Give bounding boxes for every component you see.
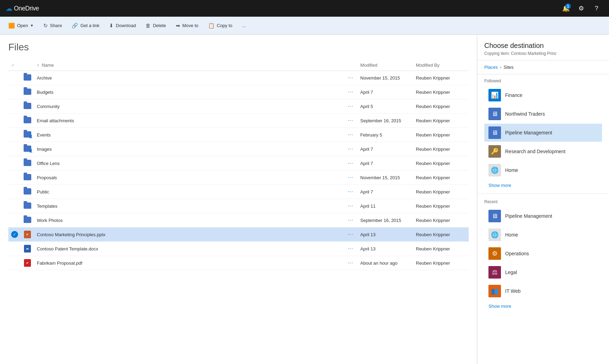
- row-more[interactable]: ···: [344, 71, 357, 85]
- file-name[interactable]: Images: [34, 142, 344, 156]
- table-row[interactable]: Work Photos···September 16, 2015Reuben K…: [8, 213, 469, 228]
- row-more[interactable]: ···: [344, 128, 357, 142]
- followed-site-item[interactable]: 📊 Finance: [484, 86, 602, 104]
- file-name[interactable]: Events: [34, 128, 344, 142]
- row-check[interactable]: [8, 199, 21, 213]
- row-check[interactable]: [8, 156, 21, 171]
- files-title: Files: [8, 42, 469, 53]
- move-to-button[interactable]: ➡ Move to: [172, 19, 203, 32]
- file-name[interactable]: Templates: [34, 199, 344, 213]
- file-name[interactable]: Office Lens: [34, 156, 344, 171]
- recent-site-item[interactable]: ⚖ Legal: [484, 263, 602, 281]
- file-name[interactable]: Contoso Marketing Principles.pptx: [34, 228, 344, 242]
- followed-site-item[interactable]: 🖥 Pipeline Management: [484, 124, 602, 142]
- table-row[interactable]: Archive···November 15, 2015Reuben Krippn…: [8, 71, 469, 85]
- col-header-modby[interactable]: Modified By: [413, 60, 469, 71]
- file-name[interactable]: Email attachments: [34, 114, 344, 128]
- help-button[interactable]: ?: [590, 1, 603, 15]
- file-name[interactable]: Work Photos: [34, 213, 344, 228]
- dots-button[interactable]: ···: [346, 231, 355, 238]
- get-link-button[interactable]: 🔗 Get a link: [67, 19, 104, 32]
- table-row[interactable]: Public···April 7Reuben Krippner: [8, 185, 469, 199]
- row-more[interactable]: ···: [344, 256, 357, 270]
- share-button[interactable]: ↻ Share: [39, 19, 66, 32]
- row-check[interactable]: [8, 242, 21, 256]
- followed-site-item[interactable]: 🔑 Research and Development: [484, 142, 602, 160]
- recent-show-more[interactable]: Show more: [484, 301, 602, 313]
- row-more[interactable]: ···: [344, 114, 357, 128]
- dots-button[interactable]: ···: [346, 88, 355, 96]
- dots-button[interactable]: ···: [346, 145, 355, 153]
- table-row[interactable]: Office Lens···April 7Reuben Krippner: [8, 156, 469, 171]
- followed-show-more[interactable]: Show more: [484, 180, 602, 192]
- row-more[interactable]: ···: [344, 156, 357, 171]
- recent-site-item[interactable]: 🌐 Home: [484, 226, 602, 244]
- row-more[interactable]: ···: [344, 171, 357, 185]
- dots-button[interactable]: ···: [346, 117, 355, 124]
- table-row[interactable]: PFabrikam Proposal.pdf···About an hour a…: [8, 256, 469, 270]
- dots-button[interactable]: ···: [346, 174, 355, 181]
- download-button[interactable]: ⬇ Download: [105, 19, 140, 32]
- table-row[interactable]: Community···April 5Reuben Krippner: [8, 99, 469, 114]
- row-more[interactable]: ···: [344, 228, 357, 242]
- followed-site-item[interactable]: 🌐 Home: [484, 161, 602, 179]
- row-more[interactable]: ···: [344, 85, 357, 99]
- row-check[interactable]: [8, 71, 21, 85]
- row-check[interactable]: [8, 256, 21, 270]
- row-check[interactable]: [8, 85, 21, 99]
- row-check[interactable]: [8, 185, 21, 199]
- col-header-name[interactable]: ↑ Name: [34, 60, 344, 71]
- row-more[interactable]: ···: [344, 199, 357, 213]
- row-more[interactable]: ···: [344, 213, 357, 228]
- col-header-icon: [21, 60, 34, 71]
- table-row[interactable]: ✓PContoso Marketing Principles.pptx···Ap…: [8, 228, 469, 242]
- table-row[interactable]: 👤Images···April 7Reuben Krippner: [8, 142, 469, 156]
- row-check[interactable]: [8, 128, 21, 142]
- followed-site-item[interactable]: 🖥 Northwind Traders: [484, 105, 602, 123]
- dots-button[interactable]: ···: [346, 102, 355, 110]
- file-name[interactable]: Community: [34, 99, 344, 114]
- row-check[interactable]: [8, 142, 21, 156]
- dots-button[interactable]: ···: [346, 159, 355, 167]
- row-check[interactable]: [8, 114, 21, 128]
- dots-button[interactable]: ···: [346, 131, 355, 139]
- row-check[interactable]: [8, 171, 21, 185]
- table-row[interactable]: WContoso Patent Template.docx···April 13…: [8, 242, 469, 256]
- file-name[interactable]: Proposals: [34, 171, 344, 185]
- dots-button[interactable]: ···: [346, 259, 355, 267]
- delete-button[interactable]: 🗑 Delete: [141, 19, 170, 32]
- row-more[interactable]: ···: [344, 242, 357, 256]
- dots-button[interactable]: ···: [346, 202, 355, 210]
- settings-button[interactable]: ⚙: [574, 1, 588, 15]
- table-row[interactable]: Templates···April 11Reuben Krippner: [8, 199, 469, 213]
- dots-button[interactable]: ···: [346, 188, 355, 196]
- open-button[interactable]: 🟧 Open ▼: [4, 19, 38, 32]
- table-row[interactable]: 👤Events···February 5Reuben Krippner: [8, 128, 469, 142]
- breadcrumb-places[interactable]: Places: [484, 65, 498, 70]
- file-name[interactable]: Archive: [34, 71, 344, 85]
- table-row[interactable]: Proposals···November 15, 2015Reuben Krip…: [8, 171, 469, 185]
- dots-button[interactable]: ···: [346, 245, 355, 253]
- row-more[interactable]: ···: [344, 185, 357, 199]
- row-more[interactable]: ···: [344, 99, 357, 114]
- col-header-modified[interactable]: Modified: [357, 60, 413, 71]
- copy-to-button[interactable]: 📋 Copy to: [204, 19, 237, 32]
- recent-site-item[interactable]: 👥 IT Web: [484, 282, 602, 300]
- row-check[interactable]: [8, 99, 21, 114]
- recent-site-item[interactable]: ⚙ Operations: [484, 245, 602, 263]
- file-table: ✓ ↑ Name Modified Modified By Archive···…: [8, 60, 469, 270]
- row-check[interactable]: ✓: [8, 228, 21, 242]
- file-name[interactable]: Fabrikam Proposal.pdf: [34, 256, 344, 270]
- table-row[interactable]: Email attachments···September 16, 2015Re…: [8, 114, 469, 128]
- dots-button[interactable]: ···: [346, 74, 355, 82]
- recent-site-item[interactable]: 🖥 Pipeline Management: [484, 207, 602, 225]
- table-row[interactable]: Budgets···April 7Reuben Krippner: [8, 85, 469, 99]
- file-name[interactable]: Contoso Patent Template.docx: [34, 242, 344, 256]
- file-name[interactable]: Public: [34, 185, 344, 199]
- dots-button[interactable]: ···: [346, 216, 355, 224]
- notifications-button[interactable]: 🔔 1: [559, 1, 573, 15]
- file-name[interactable]: Budgets: [34, 85, 344, 99]
- row-more[interactable]: ···: [344, 142, 357, 156]
- row-check[interactable]: [8, 213, 21, 228]
- more-button[interactable]: ...: [238, 19, 250, 32]
